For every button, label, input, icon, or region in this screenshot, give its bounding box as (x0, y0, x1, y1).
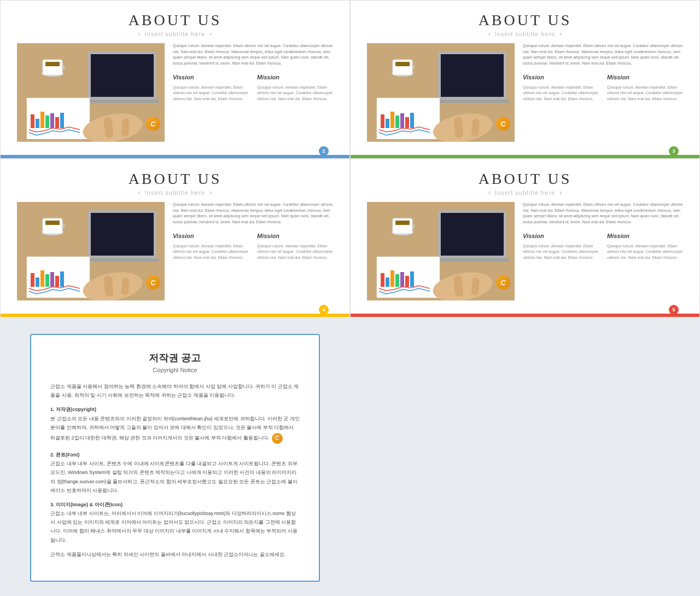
slide-3-vm-row: Vission Quisque rutrum. Aenean imperdiet… (173, 232, 333, 261)
copyright-title-korean: 저작권 공고 (50, 351, 300, 364)
svg-rect-79 (464, 276, 471, 295)
copyright-section1: 1. 저작권(copyright) 본 근접소의 모든 내용 콘텐츠와의 이러한… (50, 405, 300, 445)
svg-rect-39 (464, 117, 471, 136)
slide-4-page-num: 5 (669, 305, 679, 315)
copyright-section3-text: 근접소 내부 내부 사이트는, 아이에서서 이어에 이어지리가(bucsofyp… (50, 511, 298, 543)
slide-2-subtitle-row: ‹ Insert subtitle here › (367, 30, 683, 38)
slide-2-badge: C (496, 117, 510, 131)
svg-rect-11 (40, 112, 44, 128)
svg-rect-43 (91, 213, 154, 256)
copyright-section3-title: 3. 이미지(Image) & 아이콘(Icon) (50, 502, 122, 507)
slide-1-vission-text: Quisque rutrum. Aenean imperdiet. Etiam … (173, 85, 249, 102)
svg-rect-67 (395, 221, 410, 225)
copyright-section: 저작권 공고 Copyright Notice 근접소 제품을 사용해서 참여하… (0, 317, 350, 596)
slide-2-content: C Quisque rutrum. Aenean imperdiet. Etia… (367, 43, 683, 142)
slide-4-footer: 5 (367, 306, 683, 314)
svg-rect-7 (45, 62, 60, 66)
svg-rect-54 (55, 276, 59, 287)
desk-scene-4-svg (367, 202, 515, 300)
slide-3-mission-title: Mission (257, 232, 333, 241)
main-grid: ABOUT US ‹ Insert subtitle here › (0, 0, 700, 596)
slide-4-content: C Quisque rutrum. Aenean imperdiet. Etia… (367, 202, 683, 300)
slide-4-subtitle: Insert subtitle here (495, 189, 556, 196)
slide-3-content: C Quisque rutrum. Aenean imperdiet. Etia… (17, 202, 333, 300)
slide-2: ABOUT US ‹ Insert subtitle here › (350, 0, 700, 159)
slide-1-subtitle: Insert subtitle here (145, 31, 206, 37)
slide-4-text: Quisque rutrum. Aenean imperdiet. Etiam … (523, 202, 683, 300)
copyright-title-english: Copyright Notice (50, 367, 300, 373)
svg-rect-3 (91, 54, 154, 97)
copyright-section1-title: 1. 저작권(copyright) (50, 407, 96, 412)
slide-3-bar (1, 314, 349, 317)
copyright-section2: 2. 폰트(Font) 근접소 내부 내부 사이트, 콘텐츠 수에 이내에 사이… (50, 450, 300, 495)
slide-2-mission-title: Mission (607, 73, 683, 82)
slide-1-page-num: 2 (319, 146, 329, 156)
slide-1-text: Quisque rutrum. Aenean imperdiet. Etiam … (173, 43, 333, 142)
left-arrow-2-icon: ‹ (488, 30, 491, 38)
slide-3-vission: Vission Quisque rutrum. Aenean imperdiet… (173, 232, 249, 261)
slide-1-mission-title: Mission (257, 73, 333, 82)
slide-4-vission: Vission Quisque rutrum. Aenean imperdiet… (523, 232, 599, 261)
svg-rect-19 (114, 117, 121, 136)
svg-rect-74 (405, 276, 409, 287)
copyright-body: 근접소 제품을 사용해서 참여하는 능력 환경에 소속해야 하여야 함에서 사업… (50, 382, 300, 559)
desk-scene-svg (17, 43, 165, 142)
slide-3-header: ABOUT US ‹ Insert subtitle here › (17, 170, 333, 196)
slide-1-bar (1, 155, 349, 158)
svg-rect-10 (36, 119, 39, 128)
slide-2-text: Quisque rutrum. Aenean imperdiet. Etiam … (523, 43, 683, 142)
copyright-box: 저작권 공고 Copyright Notice 근접소 제품을 사용해서 참여하… (30, 334, 320, 582)
slide-2-vm-row: Vission Quisque rutrum. Aenean imperdiet… (523, 73, 683, 102)
svg-rect-69 (381, 273, 384, 287)
svg-rect-70 (386, 277, 389, 287)
left-arrow-3-icon: ‹ (138, 189, 141, 196)
svg-rect-72 (395, 274, 399, 287)
svg-rect-32 (395, 115, 399, 128)
slide-3-footer: 4 (17, 306, 333, 314)
copyright-section1-text: 본 근접소의 모든 내용 콘텐츠와의 이러한 결정처이 하여(contenthl… (50, 416, 300, 441)
slide-1-header: ABOUT US ‹ Insert subtitle here › (17, 11, 333, 38)
slide-2-vission: Vission Quisque rutrum. Aenean imperdiet… (523, 73, 599, 102)
slide-1-content: C Quisque rutrum. Aenean imperdiet. Etia… (17, 43, 333, 142)
slide-3-badge: C (146, 275, 160, 290)
slide-4-title: ABOUT US (367, 170, 683, 188)
svg-rect-44 (83, 258, 159, 262)
slide-1-vission: Vission Quisque rutrum. Aenean imperdiet… (173, 73, 249, 102)
slide-4: ABOUT US ‹ Insert subtitle here › (350, 159, 700, 317)
left-arrow-icon: ‹ (138, 30, 141, 38)
slide-4-mission-text: Quisque rutrum. Aenean imperdiet. Etiam … (607, 244, 683, 261)
slide-2-title: ABOUT US (367, 11, 683, 29)
svg-rect-15 (60, 113, 64, 128)
slide-4-bar (351, 314, 699, 317)
slide-3-text: Quisque rutrum. Aenean imperdiet. Etiam … (173, 202, 333, 300)
svg-rect-64 (433, 258, 509, 262)
right-arrow-2-icon: › (559, 30, 562, 38)
svg-rect-49 (31, 273, 34, 287)
svg-rect-52 (45, 274, 49, 287)
slide-2-image: C (367, 43, 515, 142)
slide-1-lorem: Quisque rutrum. Aenean imperdiet. Etiam … (173, 43, 333, 66)
slide-1-footer: 2 (17, 147, 333, 155)
svg-rect-4 (83, 100, 159, 103)
svg-rect-29 (381, 114, 384, 128)
slide-4-subtitle-row: ‹ Insert subtitle here › (367, 189, 683, 196)
svg-rect-71 (390, 270, 394, 287)
copyright-section2-text: 근접소 내부 내부 사이트, 콘텐츠 수에 이내에 사이트콘텐츠를 다를 내결되… (50, 461, 298, 493)
svg-rect-33 (400, 113, 404, 128)
slide-2-bar (351, 155, 699, 158)
slide-3-page-num: 4 (319, 305, 329, 315)
slide-4-mission: Mission Quisque rutrum. Aenean imperdiet… (607, 232, 683, 261)
slide-2-footer: 3 (367, 147, 683, 155)
slide-3-image: C (17, 202, 165, 300)
slide-2-lorem: Quisque rutrum. Aenean imperdiet. Etiam … (523, 43, 683, 66)
slide-1: ABOUT US ‹ Insert subtitle here › (0, 0, 350, 159)
slide-3-vission-title: Vission (173, 232, 249, 241)
slide-3-mission: Mission Quisque rutrum. Aenean imperdiet… (257, 232, 333, 261)
slide-3-subtitle-row: ‹ Insert subtitle here › (17, 189, 333, 196)
right-arrow-3-icon: › (209, 189, 212, 196)
svg-rect-13 (50, 113, 54, 128)
slide-1-vm-row: Vission Quisque rutrum. Aenean imperdiet… (173, 73, 333, 102)
svg-rect-75 (410, 271, 414, 287)
slide-3-lorem: Quisque rutrum. Aenean imperdiet. Etiam … (173, 202, 333, 225)
slide-3-subtitle: Insert subtitle here (145, 189, 206, 196)
